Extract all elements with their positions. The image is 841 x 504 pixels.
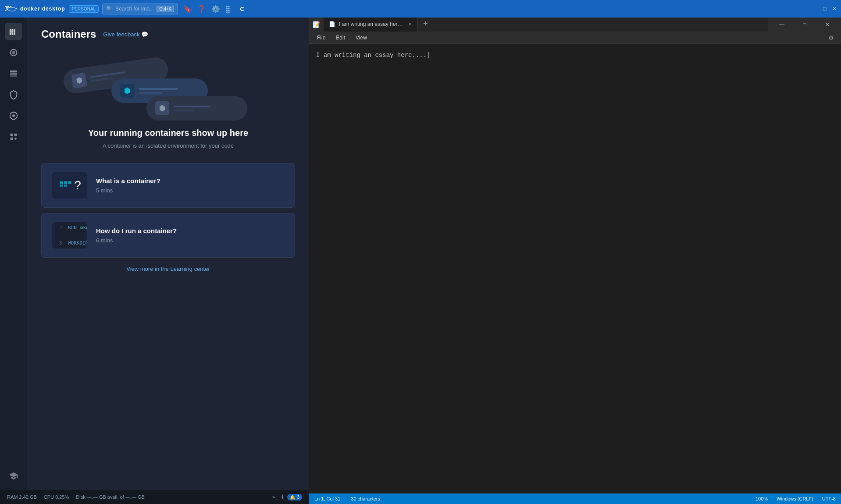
notepad-minimize-button[interactable]: — [772, 18, 792, 32]
svg-point-13 [12, 114, 15, 117]
encoding[interactable]: UTF-8 [822, 496, 836, 501]
notepad-menubar: File Edit View ⚙ [309, 32, 841, 44]
zoom-level[interactable]: 100% [755, 496, 768, 501]
apps-icon[interactable]: ⣿ [225, 5, 231, 13]
svg-rect-11 [10, 75, 18, 77]
bookmarks-icon[interactable]: 🔖 [183, 5, 192, 13]
empty-state-subtitle: A container is an isolated environment f… [41, 142, 295, 149]
search-icon: 🔍 [106, 6, 113, 12]
menu-view[interactable]: View [351, 34, 371, 42]
question-mark: ? [74, 178, 81, 192]
ram-stat: RAM 2.42 GB [7, 494, 37, 500]
main-area: Containers Give feedback 💬 [0, 18, 841, 504]
notepad-statusbar: Ln 1, Col 31 30 characters 100% Windows … [309, 493, 841, 504]
containers-content: Containers Give feedback 💬 [27, 18, 309, 490]
statusbar-right: >_ ℹ 🔔 3 [272, 493, 302, 500]
give-feedback-link[interactable]: Give feedback 💬 [103, 31, 148, 38]
card-duration-2: 6 mins [96, 237, 177, 244]
top-bar-icons: 🔖 ❓ ⚙️ ⣿ C [183, 3, 248, 15]
learn-center-anchor[interactable]: View more in the Learning center [126, 266, 210, 272]
svg-rect-16 [68, 181, 71, 184]
keyboard-shortcut: Ctrl+K [157, 6, 174, 12]
cpu-stat: CPU 0.25% [44, 494, 69, 500]
card-content-2: How do I run a container? 6 mins [96, 227, 177, 244]
char-count: 30 characters [351, 496, 380, 501]
info-icon[interactable]: ℹ [282, 493, 284, 500]
pill-icon-1 [71, 73, 87, 89]
svg-point-6 [8, 7, 16, 11]
terminal-icon: >_ [272, 494, 278, 500]
sidebar-item-scout[interactable] [5, 107, 22, 124]
content-header: Containers Give feedback 💬 [41, 28, 295, 40]
empty-state-title: Your running containers show up here [41, 128, 295, 138]
notepad-tab-bar: 📄 I am writing an essay here.... × + [324, 18, 768, 32]
notepad-close-button[interactable]: ✕ [817, 18, 837, 32]
minimize-button[interactable]: — [812, 6, 818, 12]
svg-rect-14 [60, 181, 63, 184]
feedback-label: Give feedback [103, 31, 139, 38]
sidebar-bottom [5, 467, 22, 485]
svg-rect-10 [10, 73, 18, 75]
notepad-maximize-button[interactable]: □ [795, 18, 815, 32]
menu-edit[interactable]: Edit [331, 34, 349, 42]
svg-rect-18 [64, 185, 67, 187]
sidebar-item-volumes[interactable] [5, 65, 22, 82]
card-thumbnail-1: ? [52, 172, 87, 199]
notepad-window-controls: — □ ✕ [772, 18, 837, 32]
disk-stat: Disk —.— GB avail. of —.— GB [76, 494, 144, 500]
card-thumbnail-2: 1FROM node 2RUN mkdir -p 3WORKDIR /app 4… [52, 222, 87, 248]
user-avatar[interactable]: C [236, 3, 248, 15]
learn-card-run-container[interactable]: 1FROM node 2RUN mkdir -p 3WORKDIR /app 4… [41, 213, 295, 258]
settings-icon[interactable]: ⚙️ [211, 5, 220, 13]
feedback-icon: 💬 [141, 31, 148, 38]
editor-content: I am writing an essay here.... [316, 52, 430, 59]
svg-point-8 [12, 51, 15, 54]
tab-title: I am writing an essay here.... [339, 21, 405, 27]
docker-titlebar: docker desktop PERSONAL 🔍 Search for ima… [0, 0, 841, 18]
sidebar-item-learn[interactable] [5, 467, 22, 485]
docker-statusbar: RAM 2.42 GB CPU 0.25% Disk —.— GB avail.… [0, 490, 309, 504]
svg-rect-3 [6, 7, 8, 9]
bell-icon: 🔔 [290, 495, 295, 500]
notepad-editor[interactable]: I am writing an essay here.... [309, 44, 841, 493]
sidebar-item-extensions[interactable] [5, 86, 22, 103]
notepad-statusbar-right: 100% Windows (CRLF) UTF-8 [755, 496, 836, 501]
sidebar-item-plugins[interactable] [5, 128, 22, 146]
tab-close-button[interactable]: × [408, 21, 412, 28]
plan-badge: PERSONAL [69, 5, 99, 13]
menu-file[interactable]: File [313, 34, 330, 42]
sidebar-item-images[interactable] [5, 44, 22, 61]
svg-rect-9 [10, 71, 18, 73]
help-icon[interactable]: ❓ [197, 5, 206, 13]
page-title: Containers [41, 28, 96, 40]
notification-badge[interactable]: 🔔 3 [287, 494, 302, 500]
settings-gear-icon[interactable]: ⚙ [825, 33, 837, 42]
terminal-button[interactable]: >_ [272, 494, 278, 500]
search-placeholder: Search for ima... [115, 6, 154, 12]
sidebar-item-containers[interactable] [5, 23, 22, 40]
learn-center-link[interactable]: View more in the Learning center [41, 265, 295, 273]
search-bar[interactable]: 🔍 Search for ima... Ctrl+K [102, 4, 178, 14]
notepad-tab-active[interactable]: 📄 I am writing an essay here.... × [324, 18, 417, 32]
pill-icon-2 [120, 84, 134, 98]
card-duration-1: 5 mins [96, 187, 160, 194]
docker-name: docker desktop [20, 6, 65, 12]
notepad-app-icon: 📝 [313, 21, 320, 28]
window-controls: — □ ✕ [812, 6, 837, 12]
learn-card-what-is-container[interactable]: ? What is a container? 5 mins [41, 163, 295, 208]
close-button[interactable]: ✕ [831, 6, 837, 12]
containers-illustration [41, 54, 295, 116]
svg-rect-1 [7, 6, 9, 7]
maximize-button[interactable]: □ [822, 6, 828, 12]
svg-rect-2 [10, 6, 11, 7]
card-title-1: What is a container? [96, 177, 160, 185]
pill-icon-3 [155, 101, 169, 115]
docker-logo: docker desktop [4, 4, 65, 14]
line-ending[interactable]: Windows (CRLF) [777, 496, 813, 501]
card-title-2: How do I run a container? [96, 227, 177, 234]
notification-count: 3 [297, 495, 299, 500]
svg-rect-15 [64, 181, 67, 184]
notepad-panel: 📝 📄 I am writing an essay here.... × + —… [309, 18, 841, 504]
docker-content-with-sidebar: Containers Give feedback 💬 [0, 18, 309, 490]
new-tab-button[interactable]: + [417, 18, 433, 32]
